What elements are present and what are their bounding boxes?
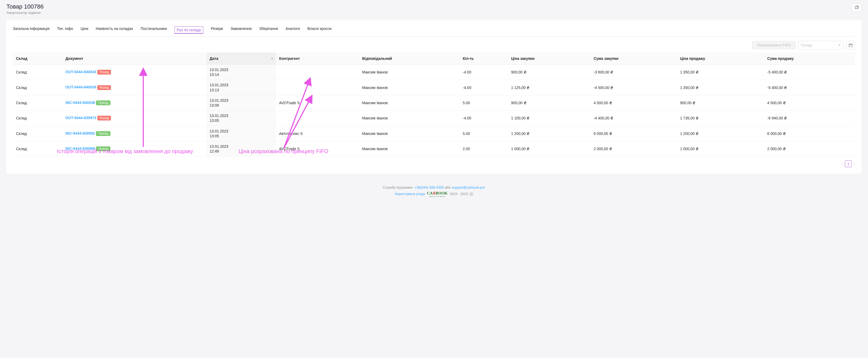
cell-warehouse: Склад [13,95,62,110]
registered-icon: R [470,192,473,196]
cell-date: 13.01.202313:05 [207,126,276,141]
cell-warehouse: Склад [13,65,62,80]
cell-psum: -3 600,00 ₴ [590,65,677,80]
warehouse-select[interactable]: Склад [798,41,843,49]
tab-1[interactable]: Тех. інфо [57,26,73,36]
document-link[interactable]: OUT-9444-839973 [65,116,96,120]
table-row: СкладINC-9444-839988Прихід13.01.202312:4… [13,141,855,156]
tab-4[interactable]: Постачальники [141,26,167,36]
col-counterparty[interactable]: Контрагент [276,53,359,65]
document-link[interactable]: OUT-9444-840039 [65,85,96,89]
cell-responsible: Максим Іванов [359,95,459,110]
cell-responsible: Максим Іванов [359,111,459,126]
cell-pprice: 900,00 ₴ [508,65,590,80]
cell-counterparty [276,65,359,80]
cell-ssum: -5 400,00 ₴ [764,80,855,95]
cell-sprice: 1 350,00 ₴ [677,65,764,80]
cell-psum: -4 400,00 ₴ [590,111,677,126]
col-purchase-price[interactable]: Ціна закупки [508,53,590,65]
cell-psum: 6 000,00 ₴ [590,126,677,141]
cell-pprice: 1 125,00 ₴ [508,80,590,95]
cell-psum: 4 500,00 ₴ [590,95,677,110]
tag-incoming: Прихід [96,101,111,105]
cell-psum: 2 000,00 ₴ [590,141,677,156]
tag-incoming: Прихід [96,146,111,151]
movements-table: Склад Документ Дата Контрагент Відповіда… [13,53,855,157]
svg-rect-1 [849,44,852,47]
page-title: Товар 100786 [6,3,43,10]
carbook-logo: CAЯBOOK cause we love the cars [427,191,447,197]
cell-pprice: 1 200,00 ₴ [508,126,590,141]
expand-button[interactable] [852,3,862,12]
col-purchase-sum[interactable]: Сума закупки [590,53,677,65]
col-document[interactable]: Документ [62,53,207,65]
document-link[interactable]: INC-9444-839988 [65,146,95,151]
page-header: Товар 100786 Амортизатор підвіски [0,0,868,18]
tab-3[interactable]: Наявність на складах [96,26,133,36]
cell-warehouse: Склад [13,80,62,95]
cell-qty: -4.00 [460,80,508,95]
table-row: СкладOUT-9444-840043Розхід13.01.202313:1… [13,65,855,80]
col-responsible[interactable]: Відповідальний [359,53,459,65]
footer-support: Служба підтримки: +38(044) 389-3355 або … [0,186,868,189]
svg-rect-0 [855,6,858,9]
cell-date: 13.01.202312:49 [207,141,276,156]
tag-outgoing: Розхід [97,116,111,120]
tab-6[interactable]: Резерв [211,26,223,36]
cell-qty: 5.00 [460,95,508,110]
cell-document: INC-9444-839988Прихід [62,141,207,156]
col-qty[interactable]: Кіл-ть [460,53,508,65]
document-link[interactable]: INC-9444-839992 [65,131,95,135]
table-row: СкладOUT-9444-839973Розхід13.01.202313:0… [13,111,855,126]
cell-ssum: 4 500,00 ₴ [764,95,855,110]
cell-document: INC-9444-839992Прихід [62,126,207,141]
tab-10[interactable]: Власні кросси [307,26,332,36]
cell-warehouse: Склад [13,111,62,126]
footer-email-link[interactable]: support@carbook.pro [452,186,485,189]
cell-sprice: 1 000,00 ₴ [677,141,764,156]
footer-years: 2015 - 2023 [450,192,469,196]
page-next[interactable]: › [854,162,855,166]
calendar-icon [849,43,852,47]
cell-counterparty: AVDTrade S [276,141,359,156]
tab-0[interactable]: Загальна інформація [13,26,50,36]
cell-document: INC-9444-840038Прихід [62,95,207,110]
tag-outgoing: Розхід [97,85,111,90]
col-date[interactable]: Дата [207,53,276,65]
page-1[interactable]: 1 [845,160,852,167]
cell-pprice: 900,00 ₴ [508,95,590,110]
document-link[interactable]: INC-9444-840038 [65,101,95,105]
table-row: СкладINC-9444-840038Прихід13.01.202313:0… [13,95,855,110]
col-warehouse[interactable]: Склад [13,53,62,65]
cell-date: 13.01.202313:14 [207,65,276,80]
recalc-fifo-button[interactable]: Перерахувати FIFO [752,41,796,49]
tab-7[interactable]: Замовлення [230,26,252,36]
date-picker-button[interactable] [846,41,855,49]
cell-counterparty [276,80,359,95]
sort-icon [271,57,273,60]
footer-phone-link[interactable]: +38(044) 389-3355 [414,186,444,189]
tab-9[interactable]: Аналоги [285,26,300,36]
cell-ssum: 2 000,00 ₴ [764,141,855,156]
tab-8[interactable]: Зберігання [259,26,278,36]
cell-sprice: 1 350,00 ₴ [677,80,764,95]
cell-pprice: 1 000,00 ₴ [508,141,590,156]
col-sale-price[interactable]: Ціна продажу [677,53,764,65]
document-link[interactable]: OUT-9444-840043 [65,70,96,74]
cell-responsible: Максим Іванов [359,126,459,141]
tab-2[interactable]: Ціни [81,26,88,36]
tab-5[interactable]: Рух по складу [175,26,204,34]
footer: Служба підтримки: +38(044) 389-3355 або … [0,180,868,205]
tag-outgoing: Розхід [97,70,111,75]
warehouse-placeholder: Склад [801,43,812,47]
cell-responsible: Максим Іванов [359,141,459,156]
footer-agreement-link[interactable]: Користувача угода [395,192,425,196]
col-sale-sum[interactable]: Сума продажу [764,53,855,65]
table-row: СкладINC-9444-839992Прихід13.01.202313:0… [13,126,855,141]
cell-responsible: Максим Іванов [359,65,459,80]
cell-document: OUT-9444-839973Розхід [62,111,207,126]
main-panel: Загальна інформаціяТех. інфоЦіниНаявніст… [6,20,862,174]
page-prev[interactable]: ‹ [842,162,843,166]
pagination: ‹ 1 › [13,160,855,167]
table-header-row: Склад Документ Дата Контрагент Відповіда… [13,53,855,65]
